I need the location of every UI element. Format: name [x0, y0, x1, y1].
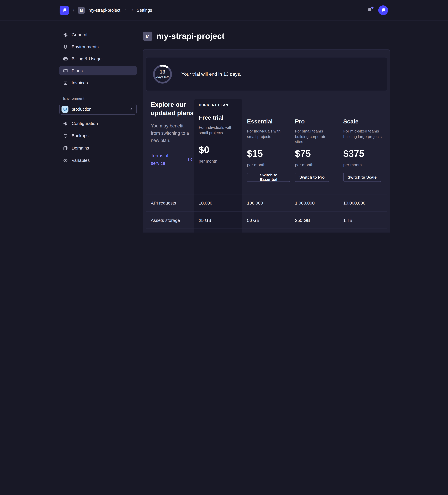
plan-price: $75	[295, 148, 339, 159]
main-content: M my-strapi-project 13 days left	[143, 21, 390, 233]
sliders-icon	[63, 32, 68, 37]
plan-price-period: per month	[343, 163, 388, 167]
plan-column-free-trial: CURRENT PLAN Free trial For individuals …	[194, 99, 242, 194]
sidebar-item-variables[interactable]: Variables	[59, 155, 136, 165]
plan-price-period: per month	[247, 163, 290, 167]
feature-label: Assets storage	[146, 217, 189, 223]
navbar-actions	[367, 5, 388, 15]
refresh-icon	[63, 133, 68, 138]
plan-description: For small teams building corporate sites	[295, 129, 334, 145]
plan-price-period: per month	[295, 163, 339, 167]
switch-to-pro-button[interactable]: Switch to Pro	[295, 173, 329, 182]
current-plan-tag: CURRENT PLAN	[199, 99, 242, 107]
feature-value: 25 GB	[194, 218, 242, 223]
breadcrumb-separator: /	[73, 8, 74, 13]
notifications-button[interactable]	[367, 7, 373, 13]
plan-description: For individuals with small projects	[199, 125, 238, 141]
sidebar-item-label: Domains	[71, 146, 89, 151]
sidebar-project-nav: GeneralEnvironmentsBilling & UsagePlansI…	[59, 30, 136, 87]
copy-icon	[63, 146, 68, 151]
page-header: M my-strapi-project	[143, 31, 390, 41]
environment-select-chevrons-icon	[129, 107, 133, 111]
project-switcher-chevrons-icon[interactable]	[124, 8, 128, 13]
feature-row-assets-bandwidth: Assets bandwidth25 GB50 GB500 GB1 TB	[146, 229, 387, 233]
plans-intro: Explore our updated plans You may benefi…	[146, 99, 194, 194]
feature-label: API requests	[146, 200, 189, 206]
map-icon	[63, 68, 68, 73]
sidebar-item-label: Variables	[71, 158, 90, 163]
sidebar-item-general[interactable]: General	[59, 30, 136, 40]
plans-card: 13 days left Your trial will end in 13 d…	[143, 49, 390, 233]
code-icon	[63, 158, 68, 163]
trial-days-label: days left	[156, 76, 169, 79]
plan-description: For individuals with small projects	[247, 129, 286, 145]
sidebar-item-label: Configuration	[71, 121, 98, 126]
sidebar-section-label: Environment	[63, 96, 136, 101]
breadcrumb-section[interactable]: Settings	[137, 8, 152, 13]
page-title: my-strapi-project	[156, 31, 225, 41]
plan-price: $0	[199, 145, 242, 155]
sidebar-item-label: Environments	[71, 44, 98, 49]
plan-description: For mid-sized teams building large proje…	[343, 129, 383, 145]
breadcrumb-project-name[interactable]: my-strapi-project	[89, 8, 120, 13]
feature-value: 10,000	[194, 200, 242, 206]
sliders-icon	[63, 32, 68, 37]
account-avatar[interactable]	[378, 5, 388, 15]
page: / M my-strapi-project / Settings	[0, 0, 448, 233]
feature-value: 10,000,000	[339, 200, 388, 206]
layers-icon	[63, 44, 68, 49]
navbar: / M my-strapi-project / Settings	[0, 0, 448, 21]
strapi-cloud-icon	[61, 7, 67, 13]
plans-header-row: Explore our updated plans You may benefi…	[146, 99, 387, 194]
map-icon	[63, 68, 68, 73]
plan-price: $375	[343, 148, 388, 159]
breadcrumb-separator-2: /	[132, 8, 133, 13]
sidebar-item-label: Plans	[71, 68, 83, 73]
sidebar-item-backups[interactable]: Backups	[59, 131, 136, 141]
sidebar-item-plans[interactable]: Plans	[59, 66, 136, 75]
feature-row-assets-storage: Assets storage25 GB50 GB250 GB1 TB	[146, 211, 387, 229]
notification-dot	[371, 7, 374, 9]
settings-sidebar: GeneralEnvironmentsBilling & UsagePlansI…	[59, 21, 136, 233]
invoice-icon	[63, 80, 68, 85]
invoice-icon	[63, 80, 68, 85]
plan-column-essential: Essential For individuals with small pro…	[242, 99, 290, 194]
sidebar-item-configuration[interactable]: Configuration	[59, 118, 136, 128]
plans-intro-body: You may benefit from switching to a new …	[151, 123, 193, 144]
avatar-logo-icon	[380, 8, 386, 13]
project-badge-large: M	[143, 31, 152, 41]
sidebar-item-billing-usage[interactable]: Billing & Usage	[59, 54, 136, 63]
feature-value: 1 TB	[339, 218, 388, 223]
switch-to-scale-button[interactable]: Switch to Scale	[343, 173, 381, 182]
sidebar-environment-nav: ConfigurationBackupsDomainsVariables	[59, 118, 136, 165]
copy-icon	[63, 146, 68, 151]
trial-days-number: 13	[160, 69, 165, 75]
feature-value: 50 GB	[242, 218, 290, 223]
terms-of-service-label: Terms of service	[151, 152, 178, 167]
plan-column-scale: Scale For mid-sized teams building large…	[339, 99, 388, 194]
code-icon	[63, 158, 68, 163]
breadcrumb: / M my-strapi-project / Settings	[60, 5, 152, 15]
sidebar-item-label: Backups	[71, 133, 88, 138]
terms-of-service-link[interactable]: Terms of service	[151, 152, 192, 167]
strapi-logo[interactable]	[60, 5, 69, 15]
plan-price: $15	[247, 148, 290, 159]
sidebar-item-domains[interactable]: Domains	[59, 143, 136, 153]
plan-name: Scale	[343, 118, 388, 125]
environment-select[interactable]: production	[59, 104, 136, 115]
environment-select-value: production	[71, 107, 126, 112]
plan-name: Free trial	[199, 114, 242, 121]
sidebar-item-label: Billing & Usage	[71, 56, 101, 61]
plans-feature-table: API requests10,000100,0001,000,00010,000…	[146, 194, 387, 233]
plan-name: Pro	[295, 118, 339, 125]
switch-to-essential-button[interactable]: Switch to Essential	[247, 173, 290, 182]
external-link-icon	[188, 157, 192, 162]
plan-column-pro: Pro For small teams building corporate s…	[290, 99, 339, 194]
sidebar-item-invoices[interactable]: Invoices	[59, 78, 136, 87]
sidebar-item-environments[interactable]: Environments	[59, 42, 136, 51]
trial-progress-ring: 13 days left	[152, 64, 173, 84]
sliders-icon	[63, 121, 68, 126]
sidebar-item-label: Invoices	[71, 80, 88, 85]
plan-name: Essential	[247, 118, 290, 125]
feature-row-api-requests: API requests10,000100,0001,000,00010,000…	[146, 194, 387, 211]
